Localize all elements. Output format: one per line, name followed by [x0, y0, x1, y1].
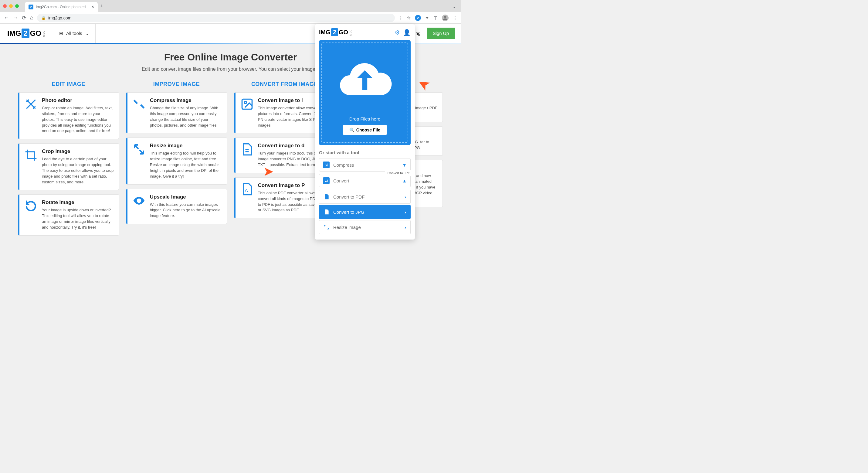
- annotation-arrow-icon: ➤: [263, 164, 274, 179]
- tool-label: Compress: [333, 162, 354, 168]
- sub-convert-jpg[interactable]: Convert to JPG ›: [319, 205, 411, 219]
- card-desc: Change the file size of any image. With …: [150, 105, 222, 128]
- reload-button[interactable]: ⟳: [22, 14, 26, 21]
- drop-zone[interactable]: Drop Files here 🔍 Choose File ➤: [319, 40, 411, 145]
- svg-point-2: [244, 101, 246, 104]
- card-title: Rotate image: [42, 200, 114, 206]
- url-text: img2go.com: [48, 16, 71, 20]
- chevron-up-icon: ▲: [402, 178, 407, 183]
- forward-button: →: [13, 14, 18, 21]
- compress-icon: [132, 97, 146, 111]
- column-header: EDIT IMAGE: [18, 81, 119, 87]
- tool-compress[interactable]: ⇲ Compress ▼: [319, 158, 411, 172]
- all-tools-menu[interactable]: ⊞ All tools ⌄: [53, 24, 96, 43]
- column-header: IMPROVE IMAGE: [126, 81, 227, 87]
- card-upscale[interactable]: Upscale ImageWith this feature you can m…: [126, 189, 227, 224]
- svg-text:A: A: [245, 188, 248, 193]
- search-icon: 🔍: [349, 127, 354, 132]
- browser-tab[interactable]: 2 Img2Go.com - Online photo ed ×: [25, 2, 98, 12]
- sub-convert-pdf[interactable]: Convert to PDF ›: [319, 190, 411, 204]
- document-icon: [240, 143, 254, 156]
- rotate-icon: [24, 200, 38, 213]
- window-controls: [3, 4, 19, 8]
- card-desc: Crop or rotate an image. Add filters, te…: [42, 105, 114, 134]
- close-tab-icon[interactable]: ×: [91, 4, 94, 10]
- extension-popup: IMG2GO.com ⚙ 👤 Drop Files here 🔍 Choose …: [315, 24, 415, 240]
- card-title: Crop image: [42, 148, 114, 154]
- card-desc: Your image is upside down or inverted? T…: [42, 207, 114, 230]
- column-improve: IMPROVE IMAGE Compress imageChange the f…: [126, 81, 227, 240]
- gear-icon[interactable]: ⚙: [395, 29, 400, 36]
- arrow-right-icon: ›: [405, 225, 406, 230]
- profile-icon[interactable]: [442, 14, 448, 21]
- extension-badge-icon[interactable]: 2: [415, 15, 421, 21]
- browser-tab-strip: 2 Img2Go.com - Online photo ed × + ⌄: [0, 0, 461, 12]
- new-tab-button[interactable]: +: [100, 3, 103, 9]
- bookmark-icon[interactable]: ☆: [407, 15, 411, 21]
- start-tool-label: Or start with a tool: [319, 150, 411, 155]
- lock-icon: 🔒: [41, 16, 46, 20]
- image-icon: [240, 97, 254, 111]
- share-icon[interactable]: ⇪: [399, 15, 402, 21]
- all-tools-label: All tools: [66, 31, 82, 36]
- card-compress[interactable]: Compress imageChange the file size of an…: [126, 92, 227, 133]
- resize-icon: [132, 143, 146, 156]
- pdf-icon: A: [240, 182, 254, 196]
- column-edit: EDIT IMAGE Photo editorCrop or rotate an…: [18, 81, 119, 240]
- choose-file-button[interactable]: 🔍 Choose File: [343, 125, 387, 135]
- maximize-window-icon[interactable]: [15, 4, 19, 8]
- back-button[interactable]: ←: [4, 14, 9, 21]
- favicon-icon: 2: [29, 5, 33, 9]
- arrow-right-icon: ›: [405, 194, 406, 200]
- card-desc: Lead the eye to a certain part of your p…: [42, 156, 114, 185]
- signup-button[interactable]: Sign Up: [427, 28, 455, 39]
- menu-icon[interactable]: ⋮: [453, 15, 457, 21]
- file-icon: [323, 194, 330, 200]
- site-logo[interactable]: IMG2GO.com: [0, 29, 53, 38]
- file-icon: [323, 209, 330, 215]
- drop-text: Drop Files here: [325, 116, 405, 121]
- svg-point-0: [444, 16, 446, 18]
- tooltip: Convert to JPG: [385, 170, 413, 176]
- cloud-upload-icon: [325, 50, 405, 114]
- toolbar-icons: ⇪ ☆ 2 ✦ ◫ ⋮: [399, 14, 457, 21]
- card-photo-editor[interactable]: Photo editorCrop or rotate an image. Add…: [18, 92, 119, 139]
- sub-resize[interactable]: Resize image ›: [319, 220, 411, 234]
- close-window-icon[interactable]: [3, 4, 7, 8]
- card-desc: This image editing tool will help you to…: [150, 151, 222, 179]
- sub-label: Convert to JPG: [333, 209, 365, 215]
- chevron-down-icon: ⌄: [85, 31, 89, 36]
- arrow-right-icon: ›: [405, 209, 406, 215]
- user-icon[interactable]: 👤: [403, 29, 411, 36]
- card-title: Photo editor: [42, 97, 114, 104]
- sub-label: Convert to PDF: [333, 194, 365, 200]
- popup-logo: IMG2GO.com: [319, 29, 352, 36]
- resize-icon: [323, 224, 330, 230]
- side-panel-icon[interactable]: ◫: [433, 15, 438, 21]
- card-title: Upscale Image: [150, 194, 222, 200]
- tool-label: Convert: [333, 178, 349, 183]
- card-resize[interactable]: Resize imageThis image editing tool will…: [126, 138, 227, 184]
- choose-file-label: Choose File: [356, 127, 380, 132]
- card-desc: With this feature you can make images bi…: [150, 202, 222, 219]
- eye-icon: [132, 194, 146, 207]
- card-rotate[interactable]: Rotate imageYour image is upside down or…: [18, 194, 119, 235]
- compress-icon: ⇲: [323, 161, 330, 168]
- browser-toolbar: ← → ⟳ ⌂ 🔒 img2go.com ⇪ ☆ 2 ✦ ◫ ⋮: [0, 12, 461, 24]
- tabs-overflow-icon[interactable]: ⌄: [452, 3, 456, 9]
- convert-icon: ⇄: [323, 177, 330, 184]
- card-crop[interactable]: Crop imageLead the eye to a certain part…: [18, 143, 119, 190]
- home-button[interactable]: ⌂: [30, 14, 33, 21]
- grid-icon: ⊞: [59, 31, 63, 36]
- card-title: Resize image: [150, 143, 222, 149]
- chevron-down-icon: ▼: [402, 162, 407, 168]
- sub-label: Resize image: [333, 225, 361, 230]
- crop-icon: [24, 148, 38, 162]
- extensions-icon[interactable]: ✦: [425, 15, 429, 21]
- address-bar[interactable]: 🔒 img2go.com: [37, 14, 395, 22]
- tab-title: Img2Go.com - Online photo ed: [36, 5, 86, 9]
- minimize-window-icon[interactable]: [9, 4, 13, 8]
- design-icon: [24, 97, 38, 111]
- card-title: Compress image: [150, 97, 222, 104]
- convert-subitems: Convert to PDF › Convert to JPG › Resize…: [319, 190, 411, 234]
